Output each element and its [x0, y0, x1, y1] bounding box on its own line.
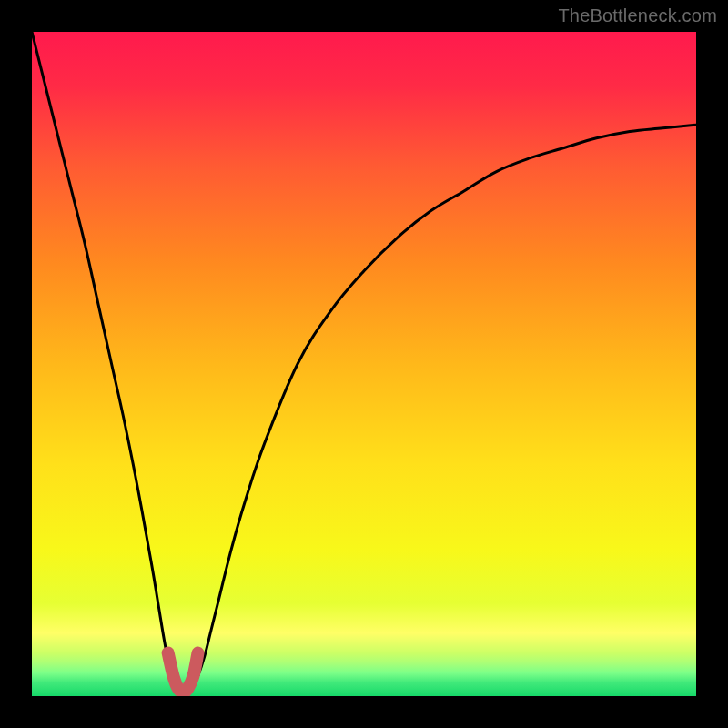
- curve-layer: [32, 32, 696, 696]
- bottleneck-curve: [32, 32, 696, 693]
- frame: TheBottleneck.com: [0, 0, 728, 728]
- watermark-text: TheBottleneck.com: [558, 5, 717, 26]
- plot-area: [32, 32, 696, 696]
- optimal-region-marker: [168, 653, 198, 693]
